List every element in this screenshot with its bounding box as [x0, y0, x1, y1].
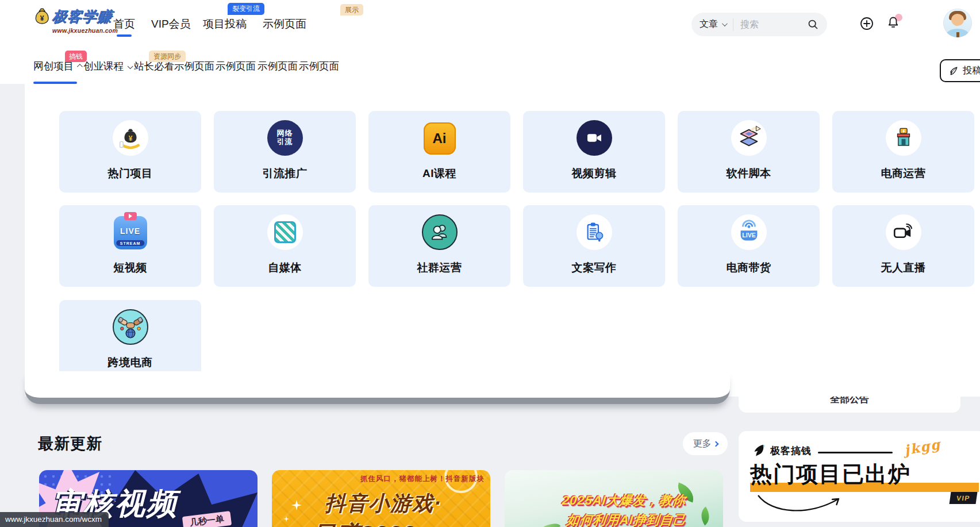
ai-icon: Ai	[424, 120, 456, 157]
user-avatar[interactable]	[943, 9, 972, 37]
promo-signature: jkgg	[903, 436, 942, 458]
icon-text: Ai	[433, 130, 447, 147]
category-label: 热门项目	[59, 166, 201, 181]
banner-line2: 如何利用AI挣到自己	[566, 511, 687, 527]
category-self-media[interactable]: 自媒体	[214, 205, 356, 287]
icon-text: LIVE	[120, 226, 140, 236]
live-broadcast-icon: LIVE	[731, 214, 767, 250]
category-label: 软件脚本	[678, 166, 820, 181]
subnav-sample-page-3[interactable]: 示例页面	[258, 59, 298, 74]
category-unmanned-live[interactable]: 无人直播	[832, 205, 974, 287]
subnav-sample-page-2[interactable]: 示例页面	[216, 59, 256, 74]
banner-ai-2025[interactable]: 2025AI大爆发，教你 如何利用AI挣到自己	[505, 470, 723, 527]
chevron-down-icon	[128, 63, 133, 69]
mega-menu-bottom-edge	[25, 371, 730, 404]
promo-headline: 热门项目已出炉	[750, 460, 911, 489]
video-cam-badge	[124, 212, 137, 220]
subnav-bar: 网创项目 创业课程 站长必看 示例页面 示例页面 示例页面 示例页面 搞钱 资源…	[0, 47, 980, 84]
icon-text: 网络	[277, 129, 293, 138]
striped-square-icon	[267, 214, 303, 250]
category-short-video[interactable]: LIVE STREAM 短视频	[59, 205, 201, 287]
submit-post-button[interactable]: 投稿	[940, 59, 980, 82]
nav-vip-label: VIP会员	[151, 18, 191, 30]
svg-text:¥: ¥	[128, 134, 132, 143]
avatar-face	[951, 14, 964, 26]
active-underline	[117, 34, 132, 37]
hot-projects-promo-card[interactable]: 极客搞钱 jkgg 热门项目已出炉 VIP	[739, 431, 980, 522]
leaf-decoration	[542, 519, 561, 527]
search-input[interactable]	[740, 20, 795, 30]
chevron-right-icon	[713, 441, 718, 447]
category-ecommerce-operations[interactable]: 电商运营	[832, 111, 974, 193]
category-community-operations[interactable]: 社群运营	[368, 205, 510, 287]
mega-menu-panel: ¥ 热门项目 网络 引流 引流推广 Ai AI课程 视频剪辑	[25, 84, 980, 397]
video-camera-icon	[577, 120, 612, 156]
badge-fission-traffic: 裂变引流	[228, 3, 264, 15]
subnav-item-label: 示例页面	[258, 60, 298, 72]
category-label: 跨境电商	[59, 355, 201, 370]
icon-text: 引流	[277, 138, 293, 147]
chevron-up-icon	[77, 64, 83, 70]
category-copywriting[interactable]: 文案写作	[523, 205, 665, 287]
subnav-startup-courses[interactable]: 创业课程	[83, 59, 131, 74]
live-stream-icon: LIVE STREAM	[114, 214, 147, 251]
category-cross-border-ecommerce[interactable]: 跨境电商	[59, 300, 201, 382]
sparkle-icon	[291, 500, 302, 510]
header-bar: ¥ 极客学赚 www.jkxuezhuan.com 首页 VIP会员 项目投稿 …	[0, 0, 980, 47]
leaf-decoration	[696, 507, 714, 526]
subnav-item-label: 站长必看	[134, 60, 174, 72]
create-post-icon[interactable]	[860, 17, 874, 30]
category-label: 视频剪辑	[523, 166, 665, 181]
category-label: 引流推广	[214, 166, 356, 181]
category-label: 短视频	[59, 260, 201, 275]
category-label: 自媒体	[214, 260, 356, 275]
subnav-item-label: 示例页面	[216, 60, 256, 72]
handshake-globe-icon	[113, 309, 148, 345]
promo-brand-row: 极客搞钱	[752, 444, 812, 457]
money-bag-hand-icon: ¥	[113, 120, 148, 156]
more-link[interactable]: 更多	[683, 432, 728, 455]
badge-make-money: 搞钱	[65, 51, 87, 62]
category-live-commerce[interactable]: LIVE 电商带货	[678, 205, 820, 287]
logo-url: www.jkxuezhuan.com	[52, 27, 118, 34]
icon-text: LIVE	[742, 232, 755, 239]
nav-home[interactable]: 首页	[113, 16, 135, 32]
banner-line1: 2025AI大爆发，教你	[561, 492, 686, 509]
logo-moneybag-icon: ¥	[33, 7, 50, 26]
subnav-item-label: 创业课程	[83, 60, 124, 72]
site-logo[interactable]: ¥ 极客学赚 www.jkxuezhuan.com	[33, 7, 118, 34]
nav-submit-project[interactable]: 项目投稿	[203, 16, 247, 32]
category-software-scripts[interactable]: 软件脚本	[678, 111, 820, 193]
category-video-editing[interactable]: 视频剪辑	[523, 111, 665, 193]
search-icon[interactable]	[807, 18, 819, 30]
network-traffic-icon: 网络 引流	[267, 120, 303, 156]
banner-douyin-minigame[interactable]: 抓住风口，猪都能上树！抖音新版块 抖音小游戏· 日赚2000+	[272, 470, 490, 527]
clipboard-bulb-icon	[577, 214, 612, 250]
nav-vip[interactable]: VIP会员	[151, 16, 191, 32]
link-status-tooltip: www.jkxuezhuan.com/wcxm	[0, 512, 109, 527]
divider-line	[818, 452, 893, 453]
camera-wifi-icon	[886, 214, 921, 250]
jkgq-logo-icon	[752, 444, 766, 457]
logo-texts: 极客学赚 www.jkxuezhuan.com	[52, 7, 118, 34]
subnav-sample-page-4[interactable]: 示例页面	[299, 59, 339, 74]
category-hot-projects[interactable]: ¥ 热门项目	[59, 111, 201, 193]
category-traffic-promotion[interactable]: 网络 引流 引流推广	[214, 111, 356, 193]
badge-resource-sync: 资源同步	[149, 51, 186, 62]
quill-icon	[948, 66, 959, 76]
latest-updates-heading: 最新更新	[38, 433, 102, 454]
notifications-bell-icon[interactable]	[886, 16, 900, 29]
curved-arrow-icon	[755, 491, 847, 518]
subnav-item-label: 示例页面	[299, 60, 339, 72]
search-category-select[interactable]: 文章	[700, 18, 718, 30]
search-bar: 文章	[691, 13, 827, 36]
storefront-icon	[886, 120, 921, 156]
category-label: 社群运营	[368, 260, 510, 275]
people-group-icon	[422, 214, 458, 250]
nav-sample-page[interactable]: 示例页面	[263, 16, 306, 32]
category-ai-courses[interactable]: Ai AI课程	[368, 111, 510, 193]
avatar-tie	[956, 32, 959, 37]
nav-submit-project-label: 项目投稿	[203, 18, 247, 30]
category-label: 电商带货	[678, 260, 820, 275]
category-label: 无人直播	[832, 260, 974, 275]
